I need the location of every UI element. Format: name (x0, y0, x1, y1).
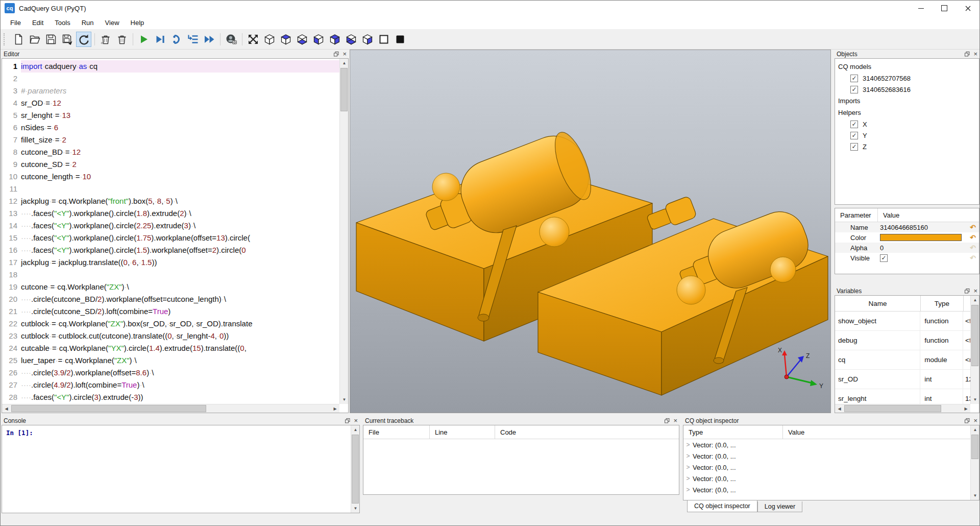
code-line[interactable]: 20····.circle(cutcone_BD/2).workplane(of… (2, 293, 339, 305)
scroll-right-icon[interactable]: ▶ (962, 404, 970, 413)
type-column-header[interactable]: Type (683, 425, 783, 439)
scroll-left-icon[interactable]: ◀ (835, 404, 844, 413)
editor[interactable]: 1import·cadquery·as·cq23#·parameters4sr_… (2, 58, 349, 413)
float-panel-icon[interactable] (965, 289, 970, 294)
code-line[interactable]: 25luer_taper·=·cq.Workplane("ZX")·\ (2, 354, 339, 367)
tree-item[interactable]: ✓3140652683616 (835, 84, 979, 95)
toolbar-grip[interactable] (4, 33, 7, 45)
fit-view-button[interactable] (246, 32, 261, 47)
tree-item[interactable]: ✓X (835, 118, 979, 130)
code-line[interactable]: 17jackplug·=·jackplug.translate((0,·6,·1… (2, 256, 339, 269)
scrollbar-thumb[interactable] (352, 435, 359, 504)
float-panel-icon[interactable] (345, 418, 350, 423)
scrollbar-thumb[interactable] (844, 405, 941, 412)
variable-row[interactable]: cqmodule<m (835, 350, 970, 370)
step-button[interactable] (169, 32, 184, 47)
scrollbar-thumb[interactable] (971, 305, 978, 366)
variable-row[interactable]: debugfunction<f (835, 331, 970, 350)
code-line[interactable]: 28····.faces("<Y").circle(3).extrude(-3)… (2, 391, 339, 403)
menu-edit[interactable]: Edit (27, 19, 49, 27)
new-script-button[interactable] (11, 32, 26, 47)
value-column-header[interactable]: Value (783, 428, 804, 436)
checkbox-icon[interactable]: ✓ (850, 121, 858, 128)
undo-icon[interactable]: ↶ (967, 244, 979, 252)
code-line[interactable]: 11 (2, 183, 339, 195)
delete-objects-button[interactable] (98, 32, 113, 47)
checkbox-icon[interactable]: ✓ (850, 75, 858, 82)
debug-button[interactable] (153, 32, 168, 47)
code-line[interactable]: 14····.faces("<Y").workplane().circle(2.… (2, 220, 339, 232)
code-line[interactable]: 5sr_lenght·=·13 (2, 109, 339, 122)
editor-horizontal-scrollbar[interactable]: ◀ ▶ (2, 404, 339, 413)
menu-file[interactable]: File (5, 19, 27, 27)
code-line[interactable]: 13····.faces("<Y").workplane().circle(1.… (2, 207, 339, 220)
scroll-up-icon[interactable]: ▲ (971, 425, 979, 434)
scroll-down-icon[interactable]: ▼ (351, 504, 360, 513)
inspector-row[interactable]: >Vector: (0.0, ... (683, 473, 970, 484)
scroll-down-icon[interactable]: ▼ (340, 395, 349, 404)
value-column-header[interactable]: Value (878, 211, 899, 219)
parameter-column-header[interactable]: Parameter (835, 208, 878, 222)
variables-horizontal-scrollbar[interactable]: ◀ ▶ (835, 404, 970, 413)
reload-script-button[interactable] (76, 32, 91, 47)
checkbox-icon[interactable]: ✓ (850, 86, 858, 93)
scroll-down-icon[interactable]: ▼ (971, 395, 979, 404)
code-line[interactable]: 23cutblock·=·cutblock.cut(cutcone).trans… (2, 330, 339, 342)
render-button[interactable] (136, 32, 152, 47)
close-panel-icon[interactable]: × (973, 52, 977, 57)
editor-vertical-scrollbar[interactable]: ▲ ▼ (339, 59, 348, 404)
front-view-button[interactable] (311, 32, 326, 47)
code-line[interactable]: 8cutcone_BD·=·12 (2, 146, 339, 158)
console-vertical-scrollbar[interactable]: ▲ ▼ (351, 425, 359, 513)
save-script-as-button[interactable] (60, 32, 75, 47)
code-line[interactable]: 4sr_OD·=·12 (2, 97, 339, 109)
variable-row[interactable]: sr_ODint12 (835, 370, 970, 389)
scroll-down-icon[interactable]: ▼ (971, 491, 979, 500)
code-line[interactable]: 12jackplug·=·cq.Workplane("front").box(5… (2, 195, 339, 207)
expand-chevron-icon[interactable]: > (683, 441, 693, 448)
code-line[interactable]: 16····.faces("<Y").workplane().circle(1.… (2, 244, 339, 256)
left-view-button[interactable] (344, 32, 359, 47)
close-panel-icon[interactable]: × (342, 52, 347, 57)
inspector-row[interactable]: >Vector: (0.0, ... (683, 484, 970, 495)
code-line[interactable]: 6nSides·=·6 (2, 122, 339, 134)
float-panel-icon[interactable] (334, 52, 339, 57)
scroll-up-icon[interactable]: ▲ (351, 425, 360, 434)
expand-chevron-icon[interactable]: > (683, 464, 693, 471)
step-in-button[interactable] (185, 32, 201, 47)
close-button[interactable] (956, 1, 979, 16)
scroll-left-icon[interactable]: ◀ (2, 404, 11, 413)
checkbox-icon[interactable]: ✓ (880, 254, 888, 262)
code-line[interactable]: 2 (2, 73, 339, 85)
inspector-row[interactable]: >Vector: (0.0, ... (683, 439, 970, 450)
inspector-vertical-scrollbar[interactable]: ▲ ▼ (970, 425, 979, 500)
bottom-view-button[interactable] (295, 32, 310, 47)
name-column-header[interactable]: Name (835, 296, 921, 311)
scroll-right-icon[interactable]: ▶ (331, 404, 339, 413)
tab-log-viewer[interactable]: Log viewer (757, 501, 802, 512)
maximize-button[interactable] (933, 1, 956, 16)
scroll-up-icon[interactable]: ▲ (340, 59, 349, 67)
minimize-button[interactable] (909, 1, 933, 16)
code-line[interactable]: 10cutcone_length·=·10 (2, 171, 339, 183)
float-panel-icon[interactable] (965, 52, 970, 57)
iso-view-button[interactable] (262, 32, 277, 47)
expand-chevron-icon[interactable]: > (683, 486, 693, 493)
code-line[interactable]: 1import·cadquery·as·cq (2, 60, 339, 73)
tree-item[interactable]: ✓Z (835, 141, 979, 152)
scroll-up-icon[interactable]: ▲ (971, 296, 979, 304)
inspector-row[interactable]: >Vector: (0.0, ... (683, 450, 970, 462)
float-panel-icon[interactable] (965, 418, 970, 423)
code-line[interactable]: 22cutblock·=·cq.Workplane("ZX").box(sr_O… (2, 318, 339, 330)
expand-chevron-icon[interactable]: > (683, 475, 693, 482)
3d-viewport[interactable]: X Z Y (350, 50, 831, 413)
variables-vertical-scrollbar[interactable]: ▲ ▼ (970, 296, 979, 404)
close-panel-icon[interactable]: × (973, 418, 977, 423)
float-panel-icon[interactable] (665, 418, 670, 423)
back-view-button[interactable] (327, 32, 342, 47)
inspector-row[interactable]: >Vector: (0.0, ... (683, 462, 970, 473)
menu-help[interactable]: Help (125, 19, 150, 27)
right-view-button[interactable] (360, 32, 375, 47)
parameter-row[interactable]: Visible✓↶ (835, 253, 979, 263)
delete-all-objects-button[interactable] (114, 32, 130, 47)
